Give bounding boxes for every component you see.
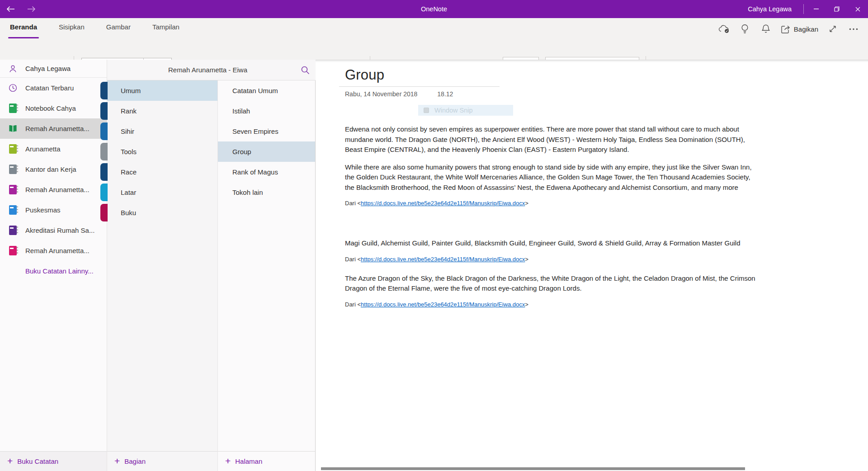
- page-catatan-umum[interactable]: Catatan Umum: [218, 80, 315, 101]
- sidebar-item-label: Catatan Terbaru: [25, 84, 74, 92]
- source-prefix: Dari <: [345, 301, 361, 308]
- sidebar-item-remah-arunametta[interactable]: Remah Arunametta...: [0, 240, 107, 261]
- horizontal-scrollbar-thumb[interactable]: [321, 467, 745, 470]
- person-icon: [6, 64, 19, 74]
- source-link[interactable]: https://d.docs.live.net/be5e23e64d2e115f…: [361, 256, 525, 263]
- lightbulb-icon: [741, 24, 749, 34]
- source-link[interactable]: https://d.docs.live.net/be5e23e64d2e115f…: [361, 301, 525, 308]
- bell-icon: [761, 24, 770, 34]
- back-arrow-icon: [6, 6, 15, 12]
- page-tokoh-lain[interactable]: Tokoh lain: [218, 182, 315, 203]
- sidebar-item-label: Remah Arunametta...: [25, 186, 90, 193]
- section-label: Buku: [121, 209, 136, 217]
- more-options-button[interactable]: [845, 22, 862, 36]
- notebook-icon: [6, 104, 19, 113]
- notebook-icon: [6, 165, 19, 174]
- page-label: Catatan Umum: [232, 87, 278, 94]
- sidebar-item-label: Puskesmas: [25, 206, 61, 214]
- share-label: Bagikan: [794, 25, 818, 33]
- source-line: Dari <https://d.docs.live.net/be5e23e64d…: [345, 301, 759, 308]
- source-line: Dari <https://d.docs.live.net/be5e23e64d…: [345, 256, 759, 263]
- page-content: Group Rabu, 14 November 2018 18.12 Windo…: [316, 60, 868, 471]
- sidebar-item-label: Remah Arunametta...: [25, 247, 90, 254]
- tab-tampilan[interactable]: Tampilan: [151, 22, 180, 35]
- section-rank[interactable]: Rank: [107, 101, 217, 121]
- tab-beranda[interactable]: Beranda: [9, 22, 38, 35]
- clock-icon: [6, 83, 19, 93]
- sidebar-item-remah-arunametta[interactable]: Remah Arunametta...: [0, 179, 107, 200]
- section-color-tab: [100, 163, 108, 181]
- section-tools[interactable]: Tools: [107, 141, 217, 162]
- sidebar-item-notebook-cahya[interactable]: Notebook Cahya: [0, 98, 107, 118]
- paragraph[interactable]: Edwena not only consist by seven empires…: [345, 124, 759, 155]
- sidebar-item-label: Notebook Cahya: [25, 104, 76, 112]
- page-label: Tokoh lain: [232, 188, 263, 196]
- account-row[interactable]: Cahya Legawa: [0, 60, 107, 78]
- section-color-tab: [100, 82, 108, 99]
- window-snip-placeholder[interactable]: Window Snip: [418, 105, 513, 116]
- section-sihir[interactable]: Sihir: [107, 121, 217, 141]
- section-label: Race: [121, 168, 137, 176]
- notebook-list: Catatan TerbaruNotebook CahyaRemah Aruna…: [0, 78, 107, 261]
- source-link[interactable]: https://d.docs.live.net/be5e23e64d2e115f…: [361, 200, 525, 207]
- add-notebook-button[interactable]: + Buku Catatan: [0, 451, 107, 471]
- sidebar-item-akreditasi-rumah-sa[interactable]: Akreditasi Rumah Sa...: [0, 220, 107, 240]
- tab-gambar[interactable]: Gambar: [105, 22, 132, 35]
- share-icon: [780, 24, 791, 34]
- ribbon-tabs: BerandaSisipkanGambarTampilan: [9, 22, 180, 35]
- open-book-icon: [6, 124, 19, 133]
- page-group[interactable]: Group: [218, 141, 315, 162]
- page-title[interactable]: Group: [345, 67, 868, 83]
- sidebar-item-label: Arunametta: [25, 145, 61, 153]
- section-race[interactable]: Race: [107, 162, 217, 182]
- page-rank-of-magus[interactable]: Rank of Magus: [218, 162, 315, 182]
- page-list: Catatan UmumIstilahSeven EmpiresGroupRan…: [218, 80, 315, 451]
- paragraph[interactable]: Magi Guild, Alchemist Guild, Painter Gui…: [345, 238, 759, 249]
- section-label: Latar: [121, 188, 136, 196]
- sidebar-item-arunametta[interactable]: Arunametta: [0, 139, 107, 159]
- sync-status-button[interactable]: [716, 22, 732, 36]
- forward-arrow-icon: [27, 6, 36, 12]
- sidebar-item-catatan-terbaru[interactable]: Catatan Terbaru: [0, 78, 107, 98]
- source-line: Dari <https://d.docs.live.net/be5e23e64d…: [345, 200, 759, 207]
- section-buku[interactable]: Buku: [107, 203, 217, 223]
- tab-sisipkan[interactable]: Sisipkan: [58, 22, 85, 35]
- minimize-button[interactable]: [806, 0, 826, 18]
- share-button[interactable]: Bagikan: [778, 24, 820, 34]
- add-section-button[interactable]: + Bagian: [107, 451, 217, 471]
- notebook-icon: [6, 144, 19, 154]
- sidebar-item-kantor-dan-kerja[interactable]: Kantor dan Kerja: [0, 159, 107, 179]
- section-latar[interactable]: Latar: [107, 182, 217, 203]
- page-canvas[interactable]: Group Rabu, 14 November 2018 18.12 Windo…: [316, 60, 868, 466]
- titlebar: OneNote Cahya Legawa: [0, 0, 868, 18]
- page-label: Rank of Magus: [232, 168, 278, 176]
- search-button[interactable]: [295, 60, 316, 80]
- source-suffix: >: [525, 301, 528, 308]
- titlebar-divider: [803, 4, 804, 14]
- add-page-button[interactable]: + Halaman: [218, 451, 315, 471]
- section-umum[interactable]: Umum: [107, 80, 217, 101]
- cloud-sync-icon: [718, 25, 730, 33]
- notebook-icon: [6, 226, 19, 235]
- sidebar-item-puskesmas[interactable]: Puskesmas: [0, 200, 107, 220]
- page-istilah[interactable]: Istilah: [218, 101, 315, 121]
- notifications-button[interactable]: [758, 22, 774, 36]
- notebook-header: Remah Arunametta - Eiwa: [107, 60, 316, 80]
- close-button[interactable]: [847, 0, 868, 18]
- back-button[interactable]: [0, 0, 21, 18]
- spacer: [345, 217, 759, 238]
- tell-me-button[interactable]: [737, 22, 753, 36]
- page-seven-empires[interactable]: Seven Empires: [218, 121, 315, 141]
- section-color-tab: [100, 122, 108, 140]
- sidebar-item-label: Remah Arunametta...: [25, 125, 90, 132]
- page-label: Istilah: [232, 107, 250, 115]
- sidebar-item-remah-arunametta[interactable]: Remah Arunametta...: [0, 118, 107, 139]
- paragraph[interactable]: While there are also some humanity power…: [345, 162, 759, 193]
- expand-diagonal-icon: [829, 25, 837, 33]
- paragraph[interactable]: The Azure Dragon of the Sky, the Black D…: [345, 273, 759, 294]
- forward-button[interactable]: [21, 0, 42, 18]
- restore-button[interactable]: [826, 0, 847, 18]
- more-notebooks-link[interactable]: Buku Catatan Lainny...: [0, 261, 107, 281]
- fullscreen-button[interactable]: [825, 22, 841, 36]
- notebook-header-title: Remah Arunametta - Eiwa: [107, 66, 295, 74]
